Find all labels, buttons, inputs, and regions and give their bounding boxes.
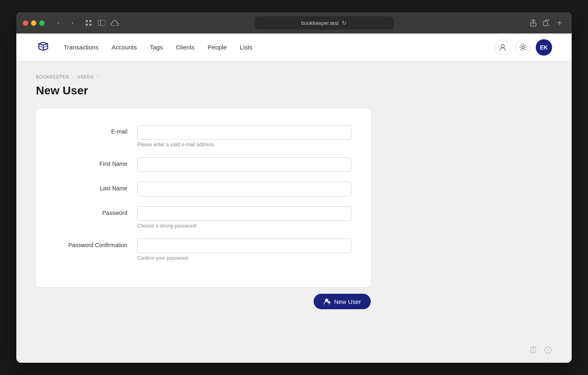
- email-field-container: Please enter a valid e-mail address.: [137, 125, 351, 147]
- password-confirmation-hint: Confirm your password.: [137, 255, 351, 261]
- password-confirmation-field-container: Confirm your password.: [137, 239, 351, 261]
- page-title: New User: [36, 84, 552, 97]
- add-user-icon: [323, 298, 331, 305]
- close-button[interactable]: [23, 20, 28, 26]
- grid-icon-button[interactable]: [83, 17, 94, 29]
- svg-point-9: [522, 46, 524, 49]
- nav-tags[interactable]: Tags: [150, 44, 163, 51]
- forward-button[interactable]: ›: [67, 17, 78, 29]
- password-label: Password: [56, 206, 137, 216]
- email-row: E-mail Please enter a valid e-mail addre…: [56, 125, 351, 147]
- back-button[interactable]: ‹: [53, 17, 64, 29]
- settings-icon-button[interactable]: [515, 40, 531, 55]
- form-actions: New User: [36, 294, 371, 309]
- email-hint: Please enter a valid e-mail address.: [137, 142, 351, 147]
- nav-links: Transactions Accounts Tags Clients Peopl…: [64, 44, 495, 51]
- new-tab-button[interactable]: +: [554, 17, 565, 29]
- svg-rect-1: [89, 20, 91, 22]
- breadcrumb: BOOKKEEPER / USERS /: [36, 74, 552, 79]
- nav-right: EK: [495, 39, 552, 56]
- form-card: E-mail Please enter a valid e-mail addre…: [36, 109, 371, 287]
- cloud-icon-button[interactable]: [109, 17, 120, 29]
- top-nav: Transactions Accounts Tags Clients Peopl…: [16, 33, 572, 61]
- reload-icon: ↻: [342, 20, 347, 26]
- first-name-row: First Name: [56, 157, 351, 172]
- email-input[interactable]: [137, 125, 351, 140]
- svg-rect-2: [86, 24, 88, 26]
- email-label: E-mail: [56, 125, 137, 135]
- app-footer: [16, 343, 572, 363]
- password-input[interactable]: [137, 206, 351, 221]
- share-button[interactable]: [528, 17, 539, 29]
- breadcrumb-sep-1: /: [72, 74, 74, 79]
- svg-rect-3: [89, 24, 91, 26]
- svg-point-8: [501, 45, 504, 48]
- nav-lists[interactable]: Lists: [240, 44, 252, 51]
- first-name-input[interactable]: [137, 157, 351, 172]
- duplicate-button[interactable]: [541, 17, 552, 29]
- user-icon-button[interactable]: [495, 40, 510, 55]
- footer-chat-icon: [544, 346, 552, 356]
- app-logo: [36, 40, 51, 55]
- user-avatar[interactable]: EK: [536, 39, 552, 56]
- first-name-label: First Name: [56, 157, 137, 167]
- address-bar[interactable]: bookkeeper.test ↻: [255, 16, 394, 29]
- password-hint: Choose a strong password!: [137, 223, 351, 229]
- password-field-container: Choose a strong password!: [137, 206, 351, 229]
- submit-button[interactable]: New User: [314, 294, 371, 309]
- breadcrumb-sep-2: /: [97, 74, 98, 79]
- last-name-input[interactable]: [137, 182, 351, 196]
- breadcrumb-bookkeeper[interactable]: BOOKKEEPER: [36, 74, 69, 79]
- svg-rect-0: [86, 20, 88, 22]
- app-content: Transactions Accounts Tags Clients Peopl…: [16, 33, 572, 363]
- maximize-button[interactable]: [39, 20, 45, 26]
- submit-label: New User: [334, 298, 361, 305]
- password-confirmation-label: Password Confirmation: [56, 239, 137, 248]
- main-content: BOOKKEEPER / USERS / New User E-mail Ple…: [16, 61, 572, 343]
- last-name-field-container: [137, 182, 351, 196]
- svg-rect-4: [98, 20, 105, 26]
- nav-clients[interactable]: Clients: [176, 44, 195, 51]
- password-confirmation-input[interactable]: [137, 239, 351, 253]
- minimize-button[interactable]: [31, 20, 36, 26]
- footer-book-icon: [529, 346, 537, 356]
- nav-accounts[interactable]: Accounts: [111, 44, 137, 51]
- password-confirmation-row: Password Confirmation Confirm your passw…: [56, 239, 351, 261]
- svg-rect-7: [543, 21, 548, 26]
- browser-chrome: ‹ ›: [16, 12, 572, 33]
- last-name-row: Last Name: [56, 182, 351, 196]
- sidebar-icon-button[interactable]: [96, 17, 107, 29]
- last-name-label: Last Name: [56, 182, 137, 192]
- traffic-lights: [23, 20, 45, 26]
- password-row: Password Choose a strong password!: [56, 206, 351, 229]
- url-text: bookkeeper.test: [301, 20, 339, 26]
- breadcrumb-users[interactable]: USERS: [77, 74, 94, 79]
- nav-people[interactable]: People: [208, 44, 227, 51]
- browser-window: ‹ ›: [16, 12, 572, 363]
- first-name-field-container: [137, 157, 351, 172]
- nav-transactions[interactable]: Transactions: [64, 44, 98, 51]
